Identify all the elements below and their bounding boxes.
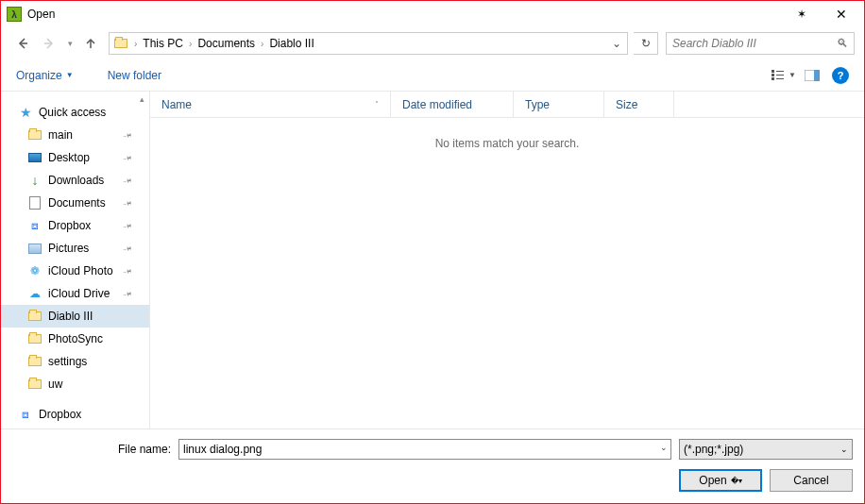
svg-rect-10 xyxy=(814,70,820,81)
sidebar-item-settings[interactable]: settings xyxy=(1,350,149,373)
documents-icon xyxy=(27,195,42,210)
sidebar-item-diablo[interactable]: Diablo III xyxy=(1,305,149,328)
downloads-icon: ↓ xyxy=(27,173,42,188)
sidebar-item-uw[interactable]: uw xyxy=(1,373,149,395)
desktop-icon xyxy=(27,150,42,165)
sidebar-item-main[interactable]: main📌︎ xyxy=(1,124,149,146)
folder-icon xyxy=(27,127,42,143)
view-options-button[interactable]: ▼ xyxy=(770,63,798,88)
preview-pane-button[interactable] xyxy=(798,63,826,88)
search-input[interactable] xyxy=(672,37,837,50)
svg-rect-3 xyxy=(772,70,774,73)
pin-icon[interactable]: ✶ xyxy=(783,2,821,26)
new-folder-label: New folder xyxy=(108,69,161,82)
sidebar-label: iCloud Photo xyxy=(48,264,113,277)
open-button[interactable]: Open �▾ xyxy=(679,469,762,492)
sidebar-label: Quick access xyxy=(39,106,106,119)
sidebar-label: Documents xyxy=(48,196,106,210)
nav-back-button[interactable] xyxy=(10,31,35,56)
sidebar-item-desktop[interactable]: Desktop📌︎ xyxy=(1,146,149,169)
breadcrumb-dropdown[interactable]: ⌄ xyxy=(606,37,627,50)
folder-icon xyxy=(27,354,42,369)
pin-icon: 📌︎ xyxy=(121,219,134,233)
sidebar-item-icloud-photo[interactable]: ❁iCloud Photo📌︎ xyxy=(1,260,149,282)
column-label: Type xyxy=(525,98,550,111)
sidebar-item-dropbox[interactable]: ⧈Dropbox📌︎ xyxy=(1,214,149,237)
pin-icon: 📌︎ xyxy=(121,151,134,165)
filetype-label: (*.png;*.jpg) xyxy=(684,443,743,456)
chevron-right-icon[interactable]: › xyxy=(257,39,267,49)
chevron-right-icon[interactable]: › xyxy=(185,39,195,49)
cancel-label: Cancel xyxy=(793,474,828,487)
sidebar-item-documents[interactable]: Documents📌︎ xyxy=(1,192,149,214)
column-size[interactable]: Size xyxy=(604,92,674,117)
breadcrumb-item[interactable]: Documents xyxy=(195,37,257,50)
sidebar-label: Dropbox xyxy=(39,408,81,421)
sort-indicator-icon: ˄ xyxy=(375,100,379,109)
empty-message: No items match your search. xyxy=(150,118,864,150)
dropbox-icon: ⧈ xyxy=(18,407,33,422)
breadcrumb-item[interactable]: Diablo III xyxy=(267,37,315,50)
column-label: Date modified xyxy=(402,98,472,111)
sidebar-item-icloud-drive[interactable]: ☁iCloud Drive📌︎ xyxy=(1,282,149,305)
sidebar-label: Dropbox xyxy=(48,219,91,232)
app-icon: λ xyxy=(7,7,22,22)
sidebar-label: main xyxy=(48,128,73,142)
nav-up-button[interactable] xyxy=(78,31,103,56)
folder-icon xyxy=(27,331,42,346)
open-label: Open xyxy=(699,474,726,487)
column-date[interactable]: Date modified xyxy=(391,92,514,117)
svg-rect-5 xyxy=(772,77,774,80)
nav-forward-button xyxy=(37,31,61,56)
pin-icon: 📌︎ xyxy=(121,196,134,210)
dropbox-icon: ⧈ xyxy=(27,218,42,233)
column-name[interactable]: Name˄ xyxy=(150,92,391,117)
pin-icon: 📌︎ xyxy=(121,174,134,188)
sidebar-item-quick-access[interactable]: ★ Quick access xyxy=(1,101,149,124)
sidebar-label: Diablo III xyxy=(48,310,93,323)
close-button[interactable]: ✕ xyxy=(821,2,862,26)
help-button[interactable]: ? xyxy=(826,63,855,88)
pin-icon: 📌︎ xyxy=(121,264,134,278)
search-icon: 🔍︎ xyxy=(837,37,848,50)
column-headers[interactable]: Name˄ Date modified Type Size xyxy=(150,92,864,118)
sidebar-item-downloads[interactable]: ↓Downloads📌︎ xyxy=(1,169,149,192)
breadcrumb-item[interactable]: This PC xyxy=(141,37,185,50)
window-title: Open xyxy=(27,8,55,21)
column-type[interactable]: Type xyxy=(514,92,604,117)
nav-recent-dropdown[interactable]: ▾ xyxy=(63,31,76,56)
filename-dropdown-icon[interactable]: ⌄ xyxy=(660,443,668,452)
sidebar-item-dropbox-root[interactable]: ⧈Dropbox xyxy=(1,403,149,426)
icloud-drive-icon: ☁ xyxy=(27,286,42,301)
folder-icon xyxy=(27,377,42,392)
folder-icon xyxy=(111,34,130,53)
sidebar-label: settings xyxy=(48,355,87,368)
pin-icon: 📌︎ xyxy=(121,242,134,256)
cancel-button[interactable]: Cancel xyxy=(770,469,853,492)
navigation-pane[interactable]: ▴ ★ Quick access main📌︎ Desktop📌︎ ↓Downl… xyxy=(1,92,150,428)
organize-label: Organize xyxy=(16,69,62,82)
filename-label: File name: xyxy=(12,443,171,456)
chevron-right-icon[interactable]: › xyxy=(130,39,141,49)
folder-icon xyxy=(27,309,42,324)
pin-icon: 📌︎ xyxy=(121,128,134,143)
organize-menu[interactable]: Organize ▼ xyxy=(10,65,79,86)
sidebar-label: uw xyxy=(48,378,62,391)
sidebar-item-photosync[interactable]: PhotoSync xyxy=(1,328,149,350)
sidebar-label: Pictures xyxy=(48,242,89,255)
sidebar-item-pictures[interactable]: Pictures📌︎ xyxy=(1,237,149,260)
column-label: Size xyxy=(616,98,637,111)
icloud-photo-icon: ❁ xyxy=(27,263,42,278)
filetype-select[interactable]: (*.png;*.jpg) ⌄ xyxy=(679,439,853,460)
breadcrumb[interactable]: › This PC › Documents › Diablo III ⌄ xyxy=(109,32,628,55)
pin-icon: 📌︎ xyxy=(121,287,134,301)
sidebar-label: Desktop xyxy=(48,151,90,164)
new-folder-button[interactable]: New folder xyxy=(102,65,167,86)
search-box[interactable]: 🔍︎ xyxy=(666,32,855,55)
refresh-button[interactable]: ↻ xyxy=(634,32,658,55)
sidebar-label: PhotoSync xyxy=(48,332,103,345)
chevron-down-icon: ▼ xyxy=(66,71,74,79)
filename-input[interactable] xyxy=(178,439,671,460)
sidebar-label: iCloud Drive xyxy=(48,287,110,300)
split-button-dropdown-icon[interactable]: �▾ xyxy=(731,477,742,485)
